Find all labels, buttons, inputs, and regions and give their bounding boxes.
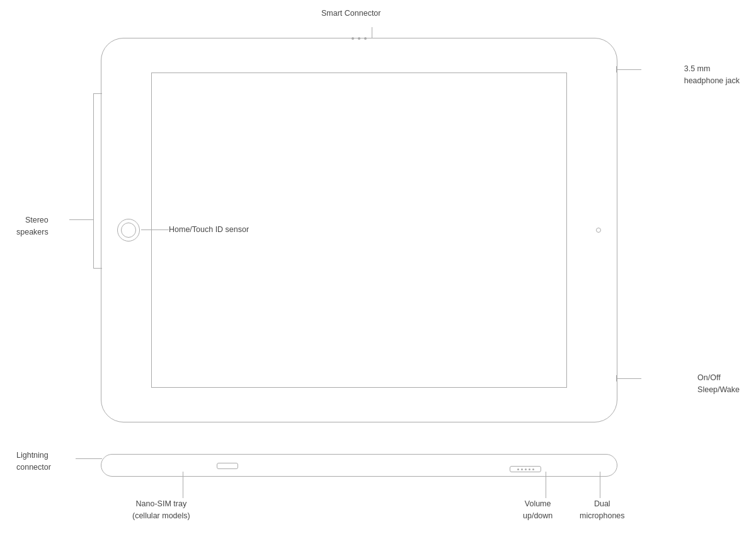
ipad-bottom-body <box>101 454 617 477</box>
front-camera <box>596 228 601 233</box>
on-off-line <box>616 378 641 379</box>
on-off-label: On/Off Sleep/Wake <box>697 372 740 396</box>
nano-sim-label: Nano-SIM tray (cellular models) <box>132 498 190 522</box>
smart-connector-line <box>372 27 372 38</box>
volume-label: Volume up/down <box>523 498 553 522</box>
nano-sim-line <box>183 472 183 498</box>
stereo-speakers-line <box>69 219 93 220</box>
home-touch-id-label: Home/Touch ID sensor <box>169 224 249 236</box>
stereo-speakers-bracket <box>93 93 102 269</box>
home-button <box>117 219 140 241</box>
lightning-port <box>217 463 238 469</box>
dual-mics-line <box>600 472 600 498</box>
diagram-container: Smart Connector 3.5 mm headphone jack On… <box>0 0 756 558</box>
sc-dot-2 <box>358 37 360 40</box>
ipad-bottom-view <box>101 448 617 485</box>
lightning-connector-line <box>76 458 102 459</box>
stereo-speakers-label: Stereo speakers <box>16 214 49 238</box>
sc-dot-3 <box>364 37 367 40</box>
bottom-right-grille <box>510 466 541 472</box>
headphone-jack-line <box>616 69 641 70</box>
headphone-jack-tick <box>616 66 617 73</box>
volume-line <box>546 472 546 498</box>
home-button-inner <box>121 223 136 238</box>
smart-connector-label: Smart Connector <box>321 8 381 20</box>
home-touch-id-line <box>141 230 169 230</box>
headphone-jack-label: 3.5 mm headphone jack <box>684 63 740 87</box>
sc-dot-1 <box>352 37 354 40</box>
on-off-tick <box>616 375 617 381</box>
dual-mics-label: Dual microphones <box>580 498 625 522</box>
smart-connector-dots <box>352 37 367 40</box>
lightning-connector-label: Lightning connector <box>16 450 51 474</box>
